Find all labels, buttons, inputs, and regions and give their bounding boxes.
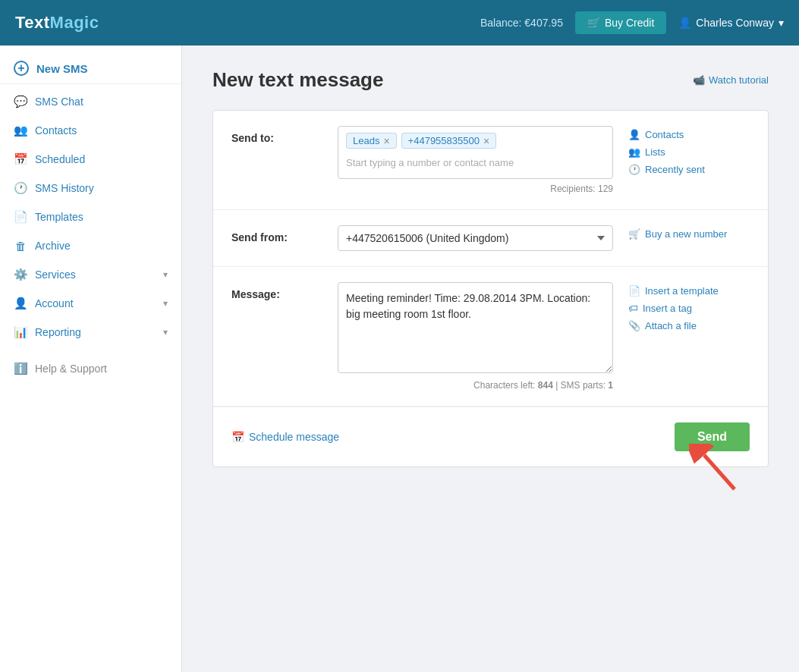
sidebar-item-scheduled[interactable]: 📅 Scheduled — [0, 145, 181, 174]
tag-phone-text: +447955835500 — [408, 135, 480, 146]
sidebar-label-contacts: Contacts — [35, 124, 77, 137]
sidebar-item-archive[interactable]: 🗑 Archive — [0, 231, 181, 260]
tag-leads-text: Leads — [353, 135, 379, 146]
insert-template-link[interactable]: 📄 Insert a template — [628, 285, 750, 297]
send-from-section: Send from: +447520615006 (United Kingdom… — [213, 210, 768, 267]
message-textarea[interactable]: Meeting reminder! Time: 29.08.2014 3PM. … — [338, 282, 613, 373]
main-content: New text message 📹 Watch tutorial Send t… — [182, 46, 799, 672]
account-icon: 👤 — [14, 297, 27, 310]
tag-leads[interactable]: Leads × — [346, 133, 397, 149]
balance-label: Balance: — [480, 17, 521, 29]
send-from-sidebar: 🛒 Buy a new number — [628, 225, 750, 246]
send-from-label: Send from: — [231, 225, 322, 243]
sidebar-label-help: Help & Support — [35, 363, 107, 375]
header: TextMagic Balance: €407.95 🛒 Buy Credit … — [0, 0, 799, 46]
send-to-placeholder: Start typing a number or contact name — [346, 155, 514, 171]
chevron-right-icon: ▾ — [163, 269, 168, 280]
send-to-sidebar: 👤 Contacts 👥 Lists 🕐 Recently sent — [628, 126, 750, 181]
recipients-count: Recipients: 129 — [338, 184, 613, 194]
message-section: Message: Meeting reminder! Time: 29.08.2… — [213, 267, 768, 407]
sidebar-item-templates[interactable]: 📄 Templates — [0, 203, 181, 231]
recently-sent-link[interactable]: 🕐 Recently sent — [628, 164, 750, 175]
sidebar-label-sms-chat: SMS Chat — [35, 96, 83, 108]
message-sidebar: 📄 Insert a template 🏷 Insert a tag 📎 Att… — [628, 282, 750, 338]
action-section: 📅 Schedule message Send — [213, 407, 768, 466]
send-from-select[interactable]: +447520615006 (United Kingdom) — [338, 225, 613, 251]
send-to-section: Send to: Leads × +447955835500 × Start t… — [213, 111, 768, 210]
send-from-content: +447520615006 (United Kingdom) — [338, 225, 613, 251]
layout: + New SMS 💬 SMS Chat 👥 Contacts 📅 Schedu… — [0, 46, 799, 672]
logo: TextMagic — [15, 13, 99, 33]
user-name: Charles Conway — [696, 17, 774, 29]
tag-link-icon: 🏷 — [628, 303, 638, 314]
attach-icon: 📎 — [628, 320, 640, 331]
send-to-label: Send to: — [231, 126, 322, 144]
attach-file-link[interactable]: 📎 Attach a file — [628, 320, 750, 331]
sidebar-item-account[interactable]: 👤 Account ▾ — [0, 289, 181, 318]
user-menu[interactable]: 👤 Charles Conway ▾ — [678, 17, 784, 29]
send-to-input[interactable]: Leads × +447955835500 × Start typing a n… — [338, 126, 613, 179]
cursor-arrow — [689, 444, 742, 497]
sidebar-item-services[interactable]: ⚙️ Services ▾ — [0, 260, 181, 289]
chat-icon: 💬 — [14, 95, 27, 108]
archive-icon: 🗑 — [14, 239, 27, 253]
template-icon: 📄 — [14, 210, 27, 224]
services-icon: ⚙️ — [14, 268, 27, 281]
sidebar-label-services: Services — [35, 268, 76, 281]
calendar-link-icon: 📅 — [231, 431, 244, 443]
sidebar: + New SMS 💬 SMS Chat 👥 Contacts 📅 Schedu… — [0, 46, 182, 672]
page-header: New text message 📹 Watch tutorial — [212, 68, 769, 92]
insert-tag-link[interactable]: 🏷 Insert a tag — [628, 303, 750, 314]
watch-tutorial-link[interactable]: 📹 Watch tutorial — [693, 74, 769, 86]
chevron-right-icon-account: ▾ — [163, 298, 168, 309]
send-button[interactable]: Send — [675, 422, 750, 451]
message-content: Meeting reminder! Time: 29.08.2014 3PM. … — [338, 282, 613, 391]
plus-icon: + — [14, 61, 29, 76]
sidebar-item-help[interactable]: ℹ️ Help & Support — [0, 354, 181, 383]
sidebar-label-templates: Templates — [35, 211, 83, 223]
video-icon: 📹 — [693, 74, 705, 86]
contacts-link[interactable]: 👤 Contacts — [628, 129, 750, 140]
sidebar-label-sms-history: SMS History — [35, 182, 94, 194]
sidebar-item-sms-history[interactable]: 🕐 SMS History — [0, 174, 181, 203]
reporting-icon: 📊 — [14, 325, 27, 339]
sidebar-item-reporting[interactable]: 📊 Reporting ▾ — [0, 318, 181, 347]
sidebar-item-contacts[interactable]: 👥 Contacts — [0, 116, 181, 145]
contacts-link-icon: 👤 — [628, 129, 640, 140]
message-label: Message: — [231, 282, 322, 300]
buy-number-link[interactable]: 🛒 Buy a new number — [628, 228, 750, 240]
contacts-icon: 👥 — [14, 124, 27, 137]
balance-value: €407.95 — [524, 17, 563, 29]
svg-line-1 — [704, 455, 735, 489]
tag-phone[interactable]: +447955835500 × — [401, 133, 497, 149]
schedule-label: Schedule message — [249, 431, 339, 443]
sidebar-label-archive: Archive — [35, 240, 71, 252]
sidebar-label-reporting: Reporting — [35, 326, 81, 338]
page-title: New text message — [212, 68, 383, 92]
buy-credit-button[interactable]: 🛒 Buy Credit — [575, 11, 666, 34]
sidebar-label-account: Account — [35, 297, 74, 309]
sidebar-label-scheduled: Scheduled — [35, 153, 85, 165]
schedule-message-link[interactable]: 📅 Schedule message — [231, 431, 339, 443]
calendar-icon: 📅 — [14, 152, 27, 166]
send-to-content: Leads × +447955835500 × Start typing a n… — [338, 126, 613, 194]
cart-icon: 🛒 — [587, 17, 600, 29]
chevron-right-icon-reporting: ▾ — [163, 327, 168, 338]
form-card: Send to: Leads × +447955835500 × Start t… — [212, 110, 769, 467]
lists-link-icon: 👥 — [628, 146, 640, 158]
template-link-icon: 📄 — [628, 285, 640, 297]
buy-number-icon: 🛒 — [628, 228, 640, 240]
sidebar-item-sms-chat[interactable]: 💬 SMS Chat — [0, 87, 181, 116]
char-count: Characters left: 844 | SMS parts: 1 — [338, 380, 613, 391]
lists-link[interactable]: 👥 Lists — [628, 146, 750, 158]
remove-leads-button[interactable]: × — [383, 136, 389, 146]
new-sms-label: New SMS — [36, 62, 88, 75]
chevron-down-icon: ▾ — [779, 17, 784, 29]
balance-display: Balance: €407.95 — [480, 17, 563, 29]
new-sms-button[interactable]: + New SMS — [0, 53, 181, 84]
recently-sent-icon: 🕐 — [628, 164, 640, 175]
remove-phone-button[interactable]: × — [483, 136, 489, 146]
header-right: Balance: €407.95 🛒 Buy Credit 👤 Charles … — [480, 11, 784, 34]
help-icon: ℹ️ — [14, 362, 27, 375]
send-button-wrapper: Send — [675, 422, 750, 451]
